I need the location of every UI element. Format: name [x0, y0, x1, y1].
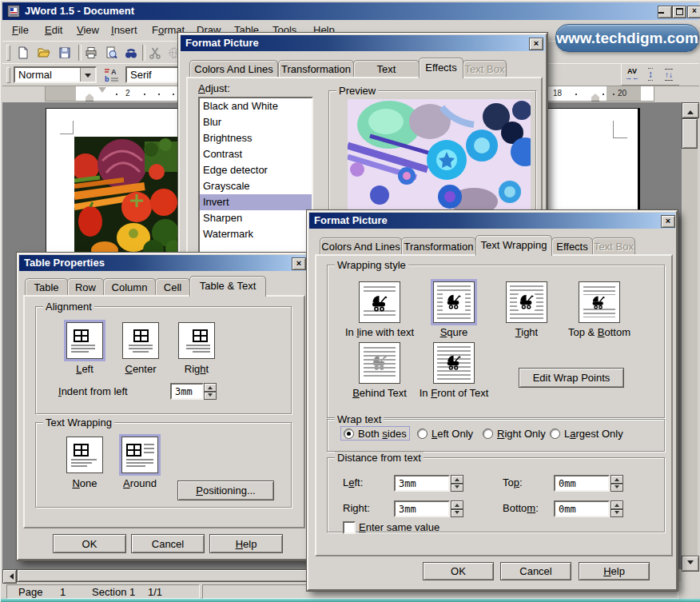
distance-bottom-field[interactable]: 0mm	[554, 500, 610, 517]
close-icon[interactable]: ×	[661, 215, 675, 228]
tab-cell[interactable]: Cell	[155, 278, 190, 296]
align-right-option[interactable]	[178, 322, 215, 359]
spinner-down-icon[interactable]	[611, 509, 623, 518]
list-item[interactable]: Contrast	[200, 146, 312, 162]
spinner-up-icon[interactable]	[451, 500, 463, 509]
tab-colors-and-lines[interactable]: Colors And Lines	[189, 60, 278, 78]
toolbar-grip[interactable]	[6, 67, 10, 83]
spinner-down-icon[interactable]	[451, 509, 463, 518]
tab-transformation[interactable]: Transformation	[278, 60, 354, 78]
indent-spinner[interactable]	[204, 383, 217, 400]
list-item[interactable]: Black and White	[200, 98, 312, 114]
style-combo[interactable]: Normal	[14, 66, 97, 83]
wrap-tight-option[interactable]	[506, 281, 547, 323]
scroll-down-button[interactable]	[682, 556, 699, 572]
first-line-indent-marker[interactable]	[98, 87, 106, 97]
radio-right-only[interactable]: Right Only	[483, 427, 546, 440]
wrap-square-option[interactable]	[433, 281, 475, 323]
tab-transformation[interactable]: Transformation	[401, 237, 476, 255]
edit-wrap-points-button[interactable]: Edit Wrap Points	[519, 368, 624, 388]
tab-table[interactable]: Table	[25, 278, 68, 296]
open-button[interactable]	[35, 44, 53, 62]
list-item[interactable]: Brightness	[200, 130, 312, 146]
ok-button[interactable]: OK	[423, 562, 494, 580]
close-button[interactable]: ×	[687, 6, 700, 18]
scroll-up-button[interactable]	[682, 102, 699, 118]
vegetables-picture[interactable]	[74, 137, 179, 255]
paragraph-spacing-button[interactable]: ↑↓	[660, 66, 678, 83]
menu-view[interactable]: View	[77, 24, 99, 36]
list-item[interactable]: Sharpen	[200, 210, 312, 226]
spinner-down-icon[interactable]	[204, 392, 217, 401]
spinner-up-icon[interactable]	[611, 500, 623, 509]
spinner-down-icon[interactable]	[451, 484, 463, 492]
new-document-button[interactable]	[14, 44, 32, 62]
list-item[interactable]: Watermark	[200, 226, 312, 242]
close-icon[interactable]: ×	[292, 257, 306, 270]
distance-left-field[interactable]: 3mm	[394, 475, 450, 492]
align-left-option[interactable]	[66, 322, 103, 359]
wrap-none-option[interactable]	[66, 437, 103, 473]
distance-left-spinner[interactable]	[451, 475, 463, 492]
adjust-listbox[interactable]: Black and White Blur Brightness Contrast…	[198, 97, 313, 260]
positioning-button[interactable]: Positioning...	[177, 480, 274, 500]
spinner-up-icon[interactable]	[204, 383, 217, 392]
radio-off-icon[interactable]	[417, 429, 428, 439]
right-indent-marker[interactable]	[591, 94, 599, 102]
spinner-up-icon[interactable]	[451, 475, 463, 484]
align-center-option[interactable]	[122, 322, 159, 359]
chevron-down-icon[interactable]	[80, 68, 95, 82]
distance-right-field[interactable]: 3mm	[394, 500, 450, 517]
radio-largest-only[interactable]: Largest Only	[550, 427, 623, 440]
indent-from-left-field[interactable]: 3mm	[170, 383, 204, 400]
menu-insert[interactable]: Insert	[111, 24, 137, 36]
list-item[interactable]: Blur	[200, 114, 312, 130]
spinner-up-icon[interactable]	[611, 475, 623, 484]
wrap-inline-option[interactable]	[359, 281, 400, 323]
line-spacing-button[interactable]: ↕	[642, 66, 659, 83]
font-format-button[interactable]: A b	[102, 66, 121, 84]
find-button[interactable]	[122, 44, 140, 62]
tab-text-wrapping[interactable]: Text Wrapping	[353, 60, 420, 78]
tab-column[interactable]: Column	[103, 278, 156, 296]
vertical-scroll-thumb[interactable]	[682, 118, 698, 149]
wrap-around-option[interactable]	[121, 437, 158, 473]
list-item[interactable]: Grayscale	[200, 178, 312, 194]
toolbar-grip[interactable]	[6, 45, 10, 61]
cut-button[interactable]	[146, 44, 164, 62]
list-item[interactable]: Edge detector	[200, 162, 312, 178]
close-icon[interactable]: ×	[529, 38, 543, 50]
tab-row[interactable]: Row	[67, 278, 104, 296]
minimize-button[interactable]	[658, 6, 672, 18]
ok-button[interactable]: OK	[53, 534, 126, 553]
help-button[interactable]: Help	[209, 534, 283, 553]
tab-colors-and-lines[interactable]: Colors And Lines	[320, 237, 402, 255]
radio-off-icon[interactable]	[483, 429, 493, 439]
radio-on-icon[interactable]	[344, 429, 354, 439]
wrap-in-front-option[interactable]	[433, 342, 475, 384]
save-button[interactable]	[56, 44, 74, 62]
tab-effects[interactable]: Effects	[419, 58, 463, 78]
distance-top-field[interactable]: 0mm	[554, 475, 610, 492]
radio-both-sides[interactable]: Both sides	[341, 427, 409, 440]
radio-left-only[interactable]: Left Only	[417, 427, 473, 440]
distance-right-spinner[interactable]	[451, 500, 463, 517]
print-preview-button[interactable]	[102, 44, 120, 62]
list-item-selected[interactable]: Invert	[200, 194, 312, 210]
print-button[interactable]	[82, 44, 100, 62]
radio-off-icon[interactable]	[550, 429, 560, 439]
cancel-button[interactable]: Cancel	[131, 534, 205, 553]
vertical-scrollbar[interactable]	[682, 102, 698, 570]
letter-spacing-button[interactable]: AV→←	[623, 66, 641, 83]
tab-effects[interactable]: Effects	[551, 237, 593, 255]
spinner-down-icon[interactable]	[611, 484, 623, 492]
wrap-top-bottom-option[interactable]	[579, 281, 620, 323]
maximize-button[interactable]	[672, 6, 686, 18]
hanging-indent-marker[interactable]	[86, 94, 93, 102]
distance-bottom-spinner[interactable]	[611, 500, 623, 517]
help-button[interactable]: Help	[579, 562, 650, 580]
menu-edit[interactable]: Edit	[45, 24, 62, 36]
wrap-behind-text-option[interactable]	[359, 342, 400, 384]
enter-same-value-checkbox[interactable]	[343, 521, 356, 534]
tab-text-wrapping[interactable]: Text Wrapping	[475, 235, 552, 256]
